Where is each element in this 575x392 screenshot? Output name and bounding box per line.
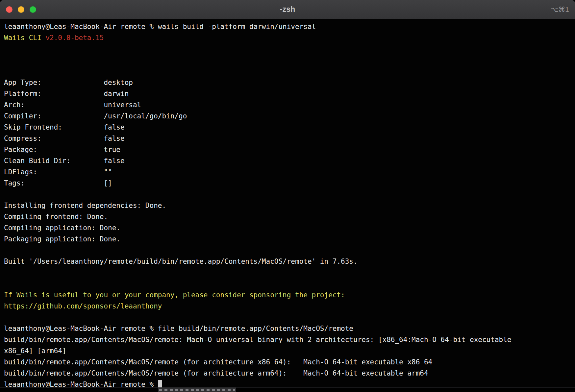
terminal-text-segment: If Wails is useful to you or your compan… — [4, 291, 345, 299]
terminal-line: x86_64] [arm64] — [4, 345, 571, 356]
terminal-text-segment: Installing frontend dependencies: Done. — [4, 202, 166, 209]
terminal-line — [4, 55, 571, 66]
terminal-line: Compress: false — [4, 133, 571, 144]
terminal-text-segment: x86_64] [arm64] — [4, 347, 66, 355]
terminal-text-segment: v2.0.0-beta.15 — [45, 34, 104, 42]
terminal-line: build/bin/remote.app/Contents/MacOS/remo… — [4, 368, 571, 379]
terminal-line: leaanthony@Leas-MacBook-Air remote % wai… — [4, 21, 571, 32]
terminal-text-segment: build/bin/remote.app/Contents/MacOS/remo… — [4, 369, 428, 377]
terminal-text-segment: Clean Build Dir: false — [4, 157, 125, 165]
terminal-line — [4, 189, 571, 200]
terminal-line: build/bin/remote.app/Contents/MacOS/remo… — [4, 334, 571, 345]
terminal-line: Platform: darwin — [4, 88, 571, 99]
terminal-text-segment: Platform: darwin — [4, 90, 129, 98]
terminal-line: If Wails is useful to you or your compan… — [4, 289, 571, 301]
terminal-text-segment: Package: true — [4, 146, 120, 154]
terminal-text-segment: Packaging application: Done. — [4, 235, 120, 243]
terminal-text-segment: Compiling frontend: Done. — [4, 213, 108, 221]
terminal-line — [4, 66, 571, 77]
terminal-text-segment: Compiling application: Done. — [4, 224, 120, 232]
terminal-text-segment: https://github.com/sponsors/leaanthony — [4, 302, 162, 310]
terminal-line: Arch: universal — [4, 99, 571, 110]
terminal-line: LDFlags: "" — [4, 166, 571, 178]
terminal-line: Wails CLI v2.0.0-beta.15 — [4, 32, 571, 43]
terminal-line: App Type: desktop — [4, 77, 571, 88]
terminal-text-segment: build/bin/remote.app/Contents/MacOS/remo… — [4, 358, 432, 366]
terminal-text-segment: leaanthony@Leas-MacBook-Air remote % fil… — [4, 325, 353, 332]
minimize-button[interactable] — [18, 6, 24, 13]
terminal-line: Tags: [] — [4, 178, 571, 189]
terminal-line: Skip Frontend: false — [4, 122, 571, 133]
terminal-line: leaanthony@Leas-MacBook-Air remote % fil… — [4, 323, 571, 334]
zoom-button[interactable] — [30, 6, 36, 13]
terminal-text-segment: build/bin/remote.app/Contents/MacOS/remo… — [4, 336, 511, 344]
terminal-output[interactable]: leaanthony@Leas-MacBook-Air remote % wai… — [0, 19, 575, 387]
terminal-line: Package: true — [4, 144, 571, 155]
terminal-line: Installing frontend dependencies: Done. — [4, 200, 571, 211]
background-window-fragment — [158, 387, 236, 392]
window-shortcut-hint: ⌥⌘1 — [550, 0, 569, 19]
terminal-line: Compiler: /usr/local/go/bin/go — [4, 110, 571, 122]
terminal-line — [4, 245, 571, 256]
terminal-text-segment: LDFlags: "" — [4, 168, 112, 176]
terminal-text-segment: Built '/Users/leaanthony/remote/build/bi… — [4, 257, 358, 265]
terminal-text-segment: leaanthony@Leas-MacBook-Air remote % wai… — [4, 23, 316, 31]
terminal-line: https://github.com/sponsors/leaanthony — [4, 301, 571, 312]
terminal-line: build/bin/remote.app/Contents/MacOS/remo… — [4, 356, 571, 368]
terminal-line: leaanthony@Leas-MacBook-Air remote % — [4, 379, 571, 387]
terminal-line — [4, 267, 571, 278]
terminal-text-segment: leaanthony@Leas-MacBook-Air remote % — [4, 380, 158, 387]
terminal-line: Built '/Users/leaanthony/remote/build/bi… — [4, 256, 571, 267]
traffic-lights — [6, 0, 36, 19]
terminal-line — [4, 278, 571, 289]
terminal-text-segment: Compress: false — [4, 135, 125, 142]
terminal-text-segment: Arch: universal — [4, 101, 141, 109]
terminal-line: Compiling application: Done. — [4, 222, 571, 233]
terminal-text-segment: App Type: desktop — [4, 79, 133, 86]
terminal-line: Packaging application: Done. — [4, 233, 571, 245]
terminal-line — [4, 312, 571, 323]
terminal-text-segment: Skip Frontend: false — [4, 123, 125, 131]
terminal-window: -zsh ⌥⌘1 leaanthony@Leas-MacBook-Air rem… — [0, 0, 575, 387]
close-button[interactable] — [6, 6, 12, 13]
terminal-line: Compiling frontend: Done. — [4, 211, 571, 222]
terminal-cursor — [158, 380, 162, 388]
terminal-text-segment: Tags: [] — [4, 179, 112, 187]
terminal-line: Clean Build Dir: false — [4, 155, 571, 166]
window-title: -zsh — [280, 5, 295, 14]
terminal-text-segment: Wails CLI — [4, 34, 45, 42]
terminal-line — [4, 43, 571, 55]
titlebar[interactable]: -zsh ⌥⌘1 — [0, 0, 575, 19]
terminal-text-segment: Compiler: /usr/local/go/bin/go — [4, 112, 187, 120]
